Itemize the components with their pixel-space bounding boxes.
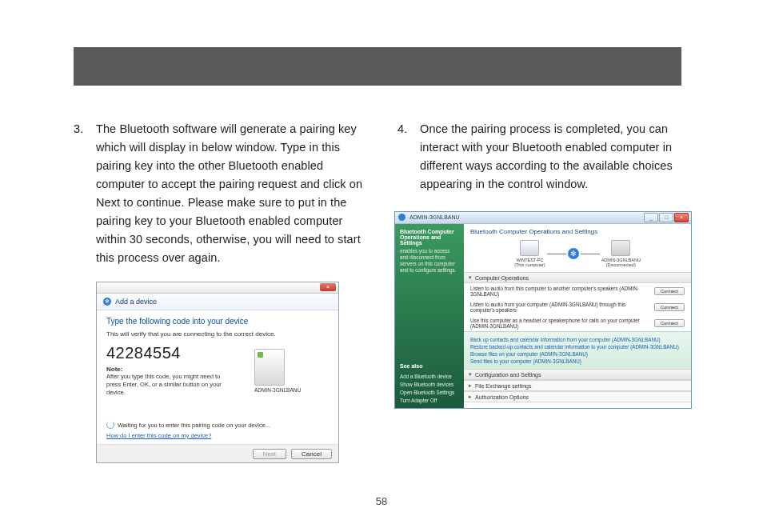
operation-link[interactable]: Send files to your computer (ADMIN-3GNLB…	[470, 358, 685, 364]
waiting-status: Waiting for you to enter this pairing co…	[106, 421, 329, 429]
note-heading: Note:	[106, 366, 234, 373]
bluetooth-icon: ✻	[103, 298, 111, 306]
operation-text: Use this computer as a headset or speake…	[470, 318, 649, 329]
connect-button[interactable]: Connect	[654, 287, 685, 295]
close-button[interactable]: ×	[674, 213, 689, 222]
connection-diagram: WINTEST-PC (This computer) ✻ ADMIN-3GNLB…	[464, 238, 691, 272]
sidebar-link[interactable]: Open Bluetooth Settings	[400, 390, 459, 395]
dialog-titlebar: ×	[97, 282, 338, 294]
bluetooth-icon: ✻	[568, 248, 579, 259]
dialog-header-text: Add a device	[115, 298, 157, 306]
waiting-text: Waiting for you to enter this pairing co…	[118, 422, 270, 429]
device-block: ADMIN-3GNLBANU	[254, 349, 301, 393]
dialog-body: Type the following code into your device…	[97, 310, 338, 444]
step-3-paragraph: 3. The Bluetooth software will generate …	[74, 120, 364, 267]
device-name: ADMIN-3GNLBANU	[254, 387, 301, 393]
step-text: The Bluetooth software will generate a p…	[96, 120, 364, 267]
header-bar	[74, 47, 681, 86]
collapse-icon: ▾	[469, 274, 472, 281]
add-device-dialog: × ✻ Add a device Type the following code…	[96, 282, 339, 463]
operation-row: Listen to audio from this computer to an…	[464, 283, 691, 299]
step-number: 4.	[397, 120, 420, 194]
computer-icon	[611, 240, 630, 256]
section-label: Computer Operations	[475, 275, 529, 281]
operation-text: Listen to audio from this computer to an…	[470, 286, 649, 297]
maximize-button[interactable]: □	[659, 213, 673, 222]
computer-sub: (Disconnected)	[606, 262, 636, 267]
subsection-file-exchange[interactable]: ▸ File Exchange settings	[464, 380, 691, 391]
dialog-header: ✻ Add a device	[97, 294, 338, 310]
bluetooth-icon	[398, 214, 405, 221]
column-left: 3. The Bluetooth software will generate …	[74, 120, 364, 463]
operation-link[interactable]: Restore backed-up contacts and calendar …	[470, 344, 685, 350]
expand-icon: ▸	[469, 394, 472, 400]
section-configuration[interactable]: ▾ Configuration and Settings	[464, 369, 691, 380]
note-text: After you type this code, you might need…	[106, 373, 234, 397]
operation-link[interactable]: Browse files on your computer (ADMIN-3GN…	[470, 351, 685, 357]
close-button[interactable]: ×	[320, 283, 336, 291]
page-number: 58	[0, 495, 763, 507]
collapse-icon: ▾	[469, 371, 472, 378]
expand-icon: ▸	[469, 382, 472, 389]
dialog-footer: Next Cancel	[97, 444, 338, 462]
operation-row: Listen to audio from your computer (ADMI…	[464, 299, 691, 315]
this-computer: WINTEST-PC (This computer)	[514, 240, 545, 267]
computer-icon	[520, 240, 539, 256]
subsection-label: File Exchange settings	[475, 383, 531, 389]
see-also-heading: See also	[400, 363, 459, 369]
operation-text: Listen to audio from your computer (ADMI…	[470, 302, 649, 313]
operation-link[interactable]: Back up contacts and calendar informatio…	[470, 337, 685, 342]
step-4-paragraph: 4. Once the pairing process is completed…	[397, 120, 689, 194]
main-panel: Bluetooth Computer Operations and Settin…	[464, 224, 691, 408]
window-buttons: _ □ ×	[644, 213, 689, 222]
content-columns: 3. The Bluetooth software will generate …	[74, 120, 689, 463]
cancel-button[interactable]: Cancel	[291, 449, 332, 459]
column-right: 4. Once the pairing process is completed…	[397, 120, 689, 463]
window-body: Bluetooth Computer Operations and Settin…	[395, 224, 691, 408]
next-button[interactable]: Next	[253, 449, 286, 459]
bluetooth-operations-window: ADMIN-3GNLBANU _ □ × Bluetooth Computer …	[394, 211, 692, 409]
connect-button[interactable]: Connect	[654, 319, 685, 327]
step-text: Once the pairing process is completed, y…	[420, 120, 689, 194]
window-titlebar: ADMIN-3GNLBANU _ □ ×	[395, 212, 691, 224]
help-link[interactable]: How do I enter this code on my device?	[106, 432, 329, 439]
step-number: 3.	[74, 120, 96, 267]
code-row: 42284554 Note: After you type this code,…	[106, 344, 329, 397]
main-title: Bluetooth Computer Operations and Settin…	[464, 224, 691, 238]
sidebar: Bluetooth Computer Operations and Settin…	[395, 224, 464, 408]
code-block: 42284554 Note: After you type this code,…	[106, 344, 234, 397]
verify-text: This will verify that you are connecting…	[106, 330, 329, 338]
pairing-prompt: Type the following code into your device	[106, 317, 329, 326]
subsection-label: Authorization Options	[475, 394, 529, 400]
device-icon	[254, 349, 285, 386]
subsection-authorization[interactable]: ▸ Authorization Options	[464, 391, 691, 402]
sidebar-link[interactable]: Add a Bluetooth device	[400, 374, 459, 379]
section-computer-operations[interactable]: ▾ Computer Operations	[464, 272, 691, 283]
section-label: Configuration and Settings	[475, 372, 541, 378]
remote-computer: ADMIN-3GNLBANU (Disconnected)	[601, 240, 641, 267]
connect-button[interactable]: Connect	[654, 303, 685, 311]
window-title: ADMIN-3GNLBANU	[409, 214, 460, 220]
computer-sub: (This computer)	[514, 262, 545, 267]
spinner-icon	[106, 421, 114, 429]
sidebar-link[interactable]: Show Bluetooth devices	[400, 382, 459, 387]
minimize-button[interactable]: _	[644, 213, 658, 222]
operation-links: Back up contacts and calendar informatio…	[464, 331, 691, 369]
sidebar-title: Bluetooth Computer Operations and Settin…	[400, 229, 459, 246]
operation-row: Use this computer as a headset or speake…	[464, 315, 691, 331]
sidebar-desc: enables you to access and disconnect fro…	[400, 248, 459, 274]
pairing-code: 42284554	[106, 344, 234, 362]
sidebar-link[interactable]: Turn Adapter Off	[400, 398, 459, 403]
